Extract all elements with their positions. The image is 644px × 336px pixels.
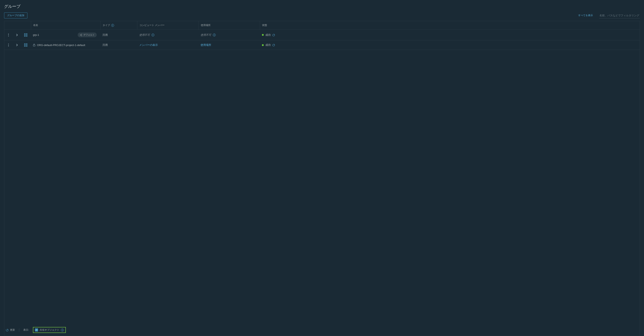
status-dot-icon [262,34,264,36]
table: 名前 タイプ i コンピュート メンバー 使用場所 状態 grp-1デフォルト汎… [4,21,640,336]
refresh-label: 更新 [10,328,15,332]
th-where-label: 使用場所 [201,24,210,27]
refresh-button[interactable]: 更新 [6,328,15,332]
where-used-value: 使用不可 [200,33,211,37]
th-expand [12,21,21,30]
cell-where: 使用場所 [198,40,260,50]
filter-input[interactable] [599,13,640,19]
th-name-label: 名前 [33,24,38,27]
grid-icon [24,33,28,37]
cell-name: ORG-default-PROJECT-project-1-default [31,41,100,50]
show-label: 表示: [23,328,29,332]
cell-state: 成功 [260,30,640,40]
table-head: 名前 タイプ i コンピュート メンバー 使用場所 状態 [4,21,640,30]
svg-rect-1 [26,34,27,35]
info-icon[interactable]: i [61,329,64,331]
badge-label: デフォルト [84,33,95,37]
compute-member-value: 使用不可 [139,33,150,37]
svg-rect-3 [26,35,27,37]
th-icon [21,21,31,30]
default-badge: デフォルト [78,33,97,37]
divider [19,328,19,332]
chevron-right-icon [15,34,18,36]
kebab-icon [8,44,9,47]
info-icon[interactable]: i [111,24,114,27]
refresh-icon[interactable] [272,44,275,46]
table-row: ORG-default-PROJECT-project-1-default汎用メ… [4,40,640,50]
state-value: 成功 [265,33,271,37]
svg-rect-0 [24,34,25,35]
th-compute-label: コンピュート メンバー [140,24,164,27]
cell-state: 成功 [260,40,640,50]
group-name: grp-1 [33,33,39,37]
svg-line-8 [80,35,82,36]
row-actions[interactable] [4,31,12,39]
cell-name: grp-1デフォルト [31,30,100,40]
th-actions [4,21,12,30]
cell-compute: 使用不可 i [137,30,198,40]
kebab-icon [8,34,9,37]
th-name: 名前 [31,21,100,30]
chevron-right-icon [15,44,18,46]
info-icon[interactable]: i [152,34,154,37]
th-type: タイプ i [100,21,137,30]
th-type-label: タイプ [103,24,110,27]
svg-rect-10 [26,44,27,45]
refresh-icon[interactable] [272,34,275,36]
compute-member-link[interactable]: メンバーの表示 [139,43,158,47]
where-used-link[interactable]: 使用場所 [200,43,211,47]
info-icon[interactable]: i [213,34,216,37]
svg-rect-2 [24,35,25,37]
cell-compute: メンバーの表示 [137,40,198,50]
svg-rect-13 [33,45,35,46]
row-expand[interactable] [12,41,21,49]
th-state-label: 状態 [262,24,267,27]
status-dot-icon [262,44,264,46]
group-name: ORG-default-PROJECT-project-1-default [37,44,85,47]
cell-type: 汎用 [100,40,137,50]
share-icon [80,34,82,36]
shared-objects-label: 共有オブジェクト [40,328,59,332]
refresh-icon [6,329,8,331]
grid-icon [24,43,28,47]
shared-objects-highlight: ✓ 共有オブジェクト i [33,327,66,333]
state-value: 成功 [265,43,271,47]
row-expand[interactable] [12,31,21,39]
cell-type: 汎用 [100,30,137,40]
row-type-icon[interactable] [21,41,31,50]
lock-icon [33,44,35,47]
th-state: 状態 [260,21,640,30]
table-row: grp-1デフォルト汎用使用不可 i使用不可 i成功 [4,30,640,40]
toolbar-right: すべてを表示 [578,13,640,19]
header: グループ [0,0,644,11]
row-actions[interactable] [4,41,12,49]
shared-objects-checkbox[interactable]: ✓ [35,328,38,331]
row-type-icon[interactable] [21,31,31,40]
svg-rect-9 [24,44,25,45]
svg-line-7 [80,34,82,35]
cell-where: 使用不可 i [198,30,260,40]
type-value: 汎用 [102,43,108,47]
svg-rect-12 [26,46,27,47]
page-title: グループ [4,4,640,9]
show-all-link[interactable]: すべてを表示 [578,14,593,17]
page: グループ グループの追加 すべてを表示 名前 タイプ i コンピュート メンバー… [0,0,644,336]
table-body: grp-1デフォルト汎用使用不可 i使用不可 i成功ORG-default-PR… [4,30,640,324]
svg-rect-11 [24,46,25,47]
add-group-button[interactable]: グループの追加 [4,13,28,19]
th-compute: コンピュート メンバー [137,21,198,30]
footer: 更新 表示: ✓ 共有オブジェクト i [4,324,640,336]
th-where: 使用場所 [198,21,260,30]
toolbar: グループの追加 すべてを表示 [0,11,644,21]
type-value: 汎用 [102,33,108,37]
